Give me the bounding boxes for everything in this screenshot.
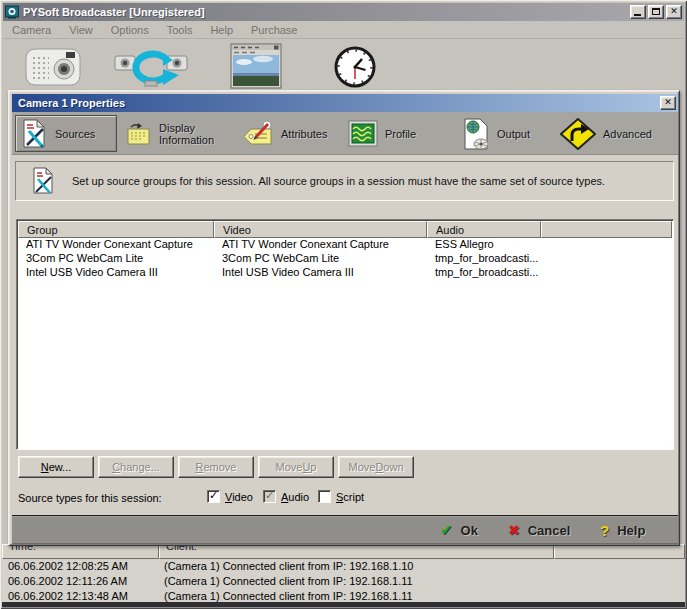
display-information-icon: [126, 121, 152, 147]
video-checkbox[interactable]: ✓ Video: [207, 490, 253, 503]
rotate-camera-toolbar-button[interactable]: [113, 47, 189, 93]
tab-sources[interactable]: Sources: [15, 115, 117, 152]
menu-item-view[interactable]: View: [60, 24, 102, 36]
window-title: PYSoft Broadcaster [Unregistered]: [23, 6, 628, 18]
dialog-tab-strip: Sources Display Information: [12, 112, 678, 155]
menubar: Camera View Options Tools Help Purchase: [3, 22, 684, 39]
advanced-icon: [560, 118, 596, 150]
check-icon: ✓: [209, 489, 218, 502]
script-checkbox[interactable]: ✓ Script: [318, 490, 364, 503]
ok-label: Ok: [461, 523, 478, 538]
cell-audio: tmp_for_broadcasti...: [427, 266, 541, 280]
column-header-audio[interactable]: Audio: [427, 221, 541, 238]
column-header-empty: [541, 221, 672, 238]
menu-item-camera[interactable]: Camera: [3, 24, 60, 36]
cancel-x-icon: ✖: [508, 522, 520, 538]
tab-profile[interactable]: Profile: [344, 115, 440, 152]
move-down-button[interactable]: Move Down: [338, 456, 414, 478]
cell-video: Intel USB Video Camera III: [214, 266, 427, 280]
change-button[interactable]: Change...: [98, 456, 174, 478]
info-text: Set up source groups for this session. A…: [72, 175, 605, 187]
remove-button[interactable]: Remove: [178, 456, 254, 478]
cell-group: ATI TV Wonder Conexant Capture: [18, 238, 214, 252]
log-column-header-empty: [554, 544, 685, 559]
log-time: 06.06.2002 12:08:25 AM: [8, 559, 128, 574]
tab-label: Attributes: [281, 128, 327, 140]
audio-checkbox[interactable]: ✓ Audio: [263, 490, 309, 503]
snapshot-toolbar-button[interactable]: [230, 43, 282, 93]
window-titlebar: PYSoft Broadcaster [Unregistered] ✕: [3, 3, 684, 21]
tab-advanced[interactable]: Advanced: [556, 115, 676, 152]
tab-output[interactable]: Output: [458, 115, 550, 152]
table-header: Group Video Audio: [18, 221, 672, 238]
cancel-label: Cancel: [528, 523, 571, 538]
attributes-icon: [242, 120, 274, 147]
close-icon: ✕: [664, 97, 672, 107]
table-row[interactable]: 3Com PC WebCam Lite 3Com PC WebCam Lite …: [18, 252, 672, 266]
pysoft-broadcaster-window: PYSoft Broadcaster [Unregistered] ✕ Came…: [0, 0, 687, 609]
tab-label: Sources: [55, 128, 95, 140]
move-up-button[interactable]: Move Up: [258, 456, 334, 478]
log-row[interactable]: 06.06.2002 12:11:26 AM (Camera 1) Connec…: [2, 574, 685, 589]
scheduler-toolbar-button[interactable]: [334, 46, 376, 92]
cell-video: ATI TV Wonder Conexant Capture: [214, 238, 427, 252]
cell-audio: tmp_for_broadcasti...: [427, 252, 541, 266]
snapshot-icon: [230, 43, 282, 89]
tab-attributes[interactable]: Attributes: [238, 115, 346, 152]
tab-label: Output: [497, 128, 530, 140]
help-label: Help: [617, 523, 645, 538]
video-checkbox-box[interactable]: ✓: [207, 490, 220, 503]
ok-check-icon: ✔: [440, 521, 453, 539]
table-row[interactable]: ATI TV Wonder Conexant Capture ATI TV Wo…: [18, 238, 672, 252]
cell-group: 3Com PC WebCam Lite: [18, 252, 214, 266]
dialog-titlebar: Camera 1 Properties ✕: [12, 94, 678, 112]
cell-audio: ESS Allegro: [427, 238, 541, 252]
maximize-icon: [652, 8, 660, 15]
output-icon: [462, 118, 490, 150]
close-button[interactable]: ✕: [666, 5, 682, 19]
audio-checkbox-box[interactable]: ✓: [263, 490, 276, 503]
log-row[interactable]: 06.06.2002 12:08:25 AM (Camera 1) Connec…: [2, 559, 685, 574]
cell-video: 3Com PC WebCam Lite: [214, 252, 427, 266]
sources-icon: [20, 118, 48, 149]
tab-display-information[interactable]: Display Information: [122, 115, 232, 152]
audio-checkbox-label: Audio: [281, 491, 309, 503]
cell-group: Intel USB Video Camera III: [18, 266, 214, 280]
log-column-header-client[interactable]: Client:: [159, 544, 554, 559]
log-message: (Camera 1) Connected client from IP: 192…: [164, 574, 413, 589]
ok-button[interactable]: ✔ Ok: [440, 519, 478, 541]
log-column-header-time[interactable]: Time:: [2, 544, 159, 559]
column-header-video[interactable]: Video: [214, 221, 427, 238]
new-button[interactable]: New...: [18, 456, 94, 478]
source-types-label: Source types for this session:: [18, 490, 162, 506]
menu-item-tools[interactable]: Tools: [158, 24, 202, 36]
log-time: 06.06.2002 12:11:26 AM: [8, 574, 127, 589]
script-checkbox-box[interactable]: ✓: [318, 490, 331, 503]
video-checkbox-label: Video: [225, 491, 253, 503]
tab-label: Advanced: [603, 128, 652, 140]
help-button[interactable]: ? Help: [600, 519, 645, 541]
script-checkbox-label: Script: [336, 491, 364, 503]
dialog-close-button[interactable]: ✕: [660, 96, 676, 110]
camera-properties-dialog: Camera 1 Properties ✕ Sources: [8, 90, 680, 546]
minimize-icon: [634, 14, 641, 16]
check-icon: ✓: [265, 489, 274, 502]
table-body: ATI TV Wonder Conexant Capture ATI TV Wo…: [18, 238, 672, 448]
info-panel: Set up source groups for this session. A…: [15, 161, 674, 201]
minimize-button[interactable]: [630, 5, 646, 19]
app-icon: [5, 5, 19, 19]
column-header-group[interactable]: Group: [18, 221, 214, 238]
menu-item-help[interactable]: Help: [201, 24, 242, 36]
menu-item-options[interactable]: Options: [102, 24, 158, 36]
profile-icon: [348, 120, 378, 147]
log-list: 06.06.2002 12:08:25 AM (Camera 1) Connec…: [2, 559, 685, 604]
tab-label: Profile: [385, 128, 416, 140]
menu-item-purchase[interactable]: Purchase: [242, 24, 306, 36]
main-toolbar: [3, 40, 684, 90]
camera-toolbar-button[interactable]: [25, 46, 83, 92]
cancel-button[interactable]: ✖ Cancel: [508, 519, 570, 541]
table-row[interactable]: Intel USB Video Camera III Intel USB Vid…: [18, 266, 672, 280]
tab-label: Display Information: [159, 122, 221, 146]
maximize-button[interactable]: [648, 5, 664, 19]
dialog-footer: ✔ Ok ✖ Cancel ? Help: [12, 515, 678, 544]
